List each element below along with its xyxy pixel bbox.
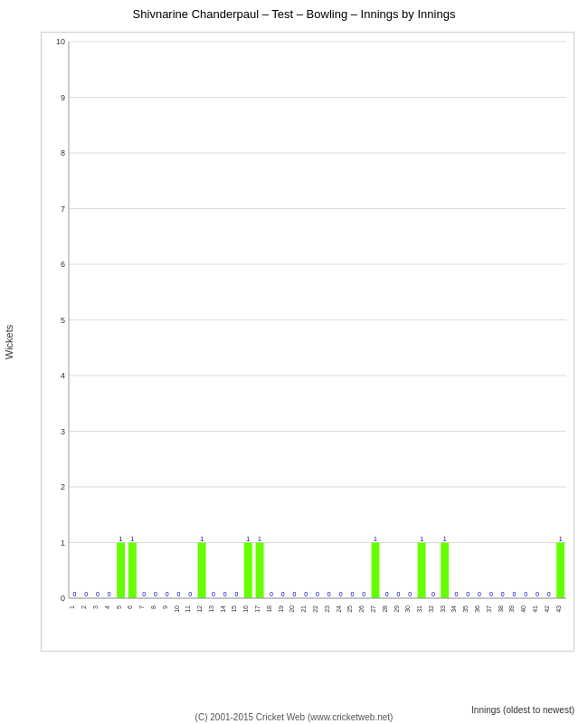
svg-text:20: 20 <box>289 605 295 613</box>
svg-text:0: 0 <box>212 591 215 597</box>
svg-text:22: 22 <box>312 605 318 613</box>
svg-text:0: 0 <box>96 591 100 597</box>
svg-rect-93 <box>441 543 449 599</box>
svg-text:25: 25 <box>346 605 353 613</box>
svg-text:1: 1 <box>61 538 65 548</box>
svg-text:0: 0 <box>385 591 389 597</box>
svg-text:0: 0 <box>362 591 365 597</box>
svg-text:0: 0 <box>339 591 343 597</box>
svg-text:4: 4 <box>104 605 110 609</box>
svg-text:42: 42 <box>544 605 550 613</box>
svg-text:14: 14 <box>220 605 226 613</box>
svg-text:0: 0 <box>154 591 157 597</box>
svg-rect-30 <box>117 543 125 599</box>
svg-text:41: 41 <box>532 605 538 613</box>
svg-text:0: 0 <box>489 591 493 597</box>
chart-container: Shivnarine Chanderpaul – Test – Bowling … <box>0 0 588 724</box>
svg-text:40: 40 <box>520 605 526 613</box>
svg-text:0: 0 <box>316 591 319 597</box>
svg-text:0: 0 <box>177 591 181 597</box>
svg-text:0: 0 <box>478 591 481 597</box>
svg-text:10: 10 <box>56 37 65 46</box>
svg-text:0: 0 <box>223 591 227 597</box>
svg-text:9: 9 <box>61 93 65 102</box>
svg-text:0: 0 <box>466 591 469 597</box>
svg-text:27: 27 <box>370 605 376 613</box>
svg-text:0: 0 <box>408 591 412 597</box>
svg-text:21: 21 <box>300 605 307 613</box>
svg-rect-55 <box>244 543 252 599</box>
svg-rect-46 <box>198 543 206 599</box>
svg-text:26: 26 <box>358 605 365 613</box>
svg-text:0: 0 <box>327 591 331 597</box>
svg-text:0: 0 <box>350 591 354 597</box>
svg-text:43: 43 <box>555 605 562 613</box>
svg-text:30: 30 <box>404 605 411 613</box>
svg-text:0: 0 <box>512 591 516 597</box>
svg-text:2: 2 <box>81 605 87 609</box>
svg-text:0: 0 <box>166 591 169 597</box>
svg-text:0: 0 <box>108 591 111 597</box>
svg-text:8: 8 <box>150 605 156 609</box>
copyright: (C) 2001-2015 Cricket Web (www.cricketwe… <box>0 712 588 722</box>
svg-text:0: 0 <box>455 591 459 597</box>
svg-text:1: 1 <box>69 605 75 609</box>
svg-rect-33 <box>128 543 137 599</box>
chart-svg: 0123456789100102030415160708090100111120… <box>42 33 574 651</box>
svg-text:0: 0 <box>142 591 146 597</box>
svg-text:31: 31 <box>416 605 422 613</box>
svg-text:1: 1 <box>246 536 250 542</box>
svg-text:0: 0 <box>84 591 88 597</box>
svg-rect-114 <box>556 543 564 599</box>
svg-text:9: 9 <box>162 605 168 609</box>
svg-text:23: 23 <box>324 605 330 613</box>
svg-text:29: 29 <box>394 605 400 613</box>
chart-title: Shivnarine Chanderpaul – Test – Bowling … <box>0 0 588 24</box>
svg-text:3: 3 <box>61 427 65 436</box>
svg-text:0: 0 <box>270 591 273 597</box>
svg-text:1: 1 <box>258 536 261 542</box>
svg-text:5: 5 <box>116 605 122 609</box>
svg-text:35: 35 <box>462 605 469 613</box>
svg-text:0: 0 <box>292 591 296 597</box>
svg-text:16: 16 <box>242 605 249 613</box>
svg-text:37: 37 <box>486 605 492 613</box>
svg-text:38: 38 <box>498 605 504 613</box>
svg-text:2: 2 <box>61 482 65 491</box>
y-axis-label: Wickets <box>0 32 18 652</box>
svg-text:7: 7 <box>138 605 145 609</box>
svg-text:10: 10 <box>174 605 180 613</box>
svg-text:1: 1 <box>420 536 423 542</box>
svg-text:36: 36 <box>474 605 480 613</box>
svg-text:1: 1 <box>200 536 204 542</box>
svg-text:0: 0 <box>188 591 192 597</box>
svg-text:33: 33 <box>440 605 446 613</box>
svg-text:13: 13 <box>208 605 214 613</box>
svg-text:17: 17 <box>254 605 261 613</box>
chart-area: 0123456789100102030415160708090100111120… <box>41 32 574 652</box>
svg-text:5: 5 <box>61 316 65 325</box>
svg-text:0: 0 <box>524 591 527 597</box>
svg-text:12: 12 <box>196 605 203 613</box>
svg-text:6: 6 <box>127 605 133 609</box>
svg-text:0: 0 <box>281 591 285 597</box>
svg-text:39: 39 <box>508 605 515 613</box>
svg-text:3: 3 <box>92 605 99 609</box>
svg-text:0: 0 <box>547 591 551 597</box>
svg-text:0: 0 <box>72 591 76 597</box>
svg-text:24: 24 <box>336 605 342 613</box>
svg-text:19: 19 <box>278 605 284 613</box>
svg-text:0: 0 <box>397 591 401 597</box>
svg-text:15: 15 <box>231 605 237 613</box>
svg-text:0: 0 <box>61 594 65 603</box>
svg-text:0: 0 <box>235 591 239 597</box>
svg-text:34: 34 <box>450 605 457 613</box>
svg-text:28: 28 <box>382 605 388 613</box>
svg-text:0: 0 <box>304 591 308 597</box>
svg-text:7: 7 <box>61 205 65 214</box>
svg-text:8: 8 <box>61 148 65 157</box>
svg-rect-88 <box>418 543 426 599</box>
svg-text:1: 1 <box>559 536 563 542</box>
svg-text:1: 1 <box>130 536 134 542</box>
svg-text:4: 4 <box>61 371 65 380</box>
